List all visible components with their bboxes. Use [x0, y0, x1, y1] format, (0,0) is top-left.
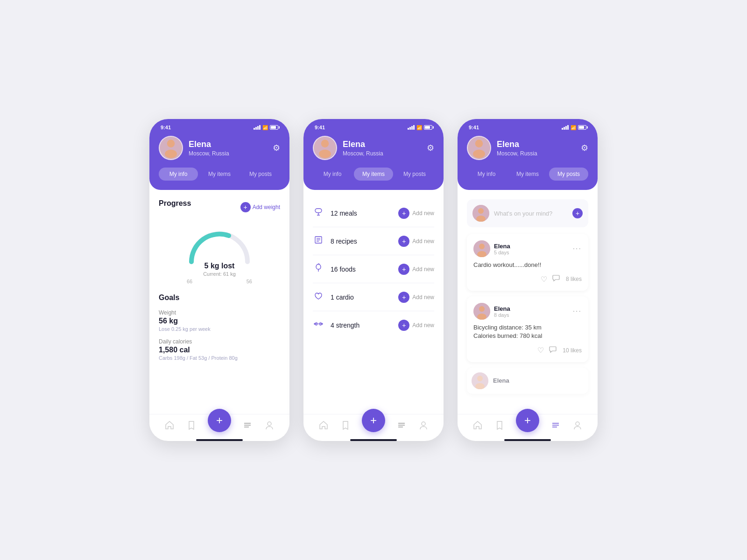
time-3: 9:41 [469, 125, 479, 130]
bottom-nav-3: + [458, 414, 598, 436]
svg-point-1 [167, 140, 175, 147]
add-foods-button[interactable]: Add new [412, 266, 434, 273]
post-name-1: Elena [494, 243, 510, 250]
nav-profile-3[interactable] [572, 420, 583, 433]
post-card-1: Elena 5 days ··· Cardio workout......don… [467, 234, 588, 291]
tab-my-items-2[interactable]: My items [354, 168, 393, 181]
prompt-avatar [472, 205, 489, 222]
tab-my-posts-1[interactable]: My posts [241, 168, 280, 181]
cardio-icon [313, 291, 324, 303]
nav-bookmark-3[interactable] [494, 420, 505, 433]
nav-profile-1[interactable] [264, 420, 275, 433]
goal-calories-label: Daily calories [159, 338, 280, 345]
gauge-current: Current: 61 kg [203, 271, 236, 277]
post-time-2: 8 days [494, 312, 510, 318]
post-time-1: 5 days [494, 250, 510, 255]
tab-my-info-2[interactable]: My info [313, 168, 352, 181]
nav-list-1[interactable] [242, 420, 253, 433]
nav-home-1[interactable] [164, 420, 175, 433]
post-author-info-2: Elena 8 days [494, 305, 510, 318]
signal-icon-2 [408, 125, 415, 130]
goal-calories-value: 1,580 cal [159, 346, 280, 354]
post-card-2: Elena 8 days ··· Bicycling distance: 35 … [467, 296, 588, 362]
status-bar-3: 9:41 📶 [467, 119, 588, 134]
home-bar-1 [196, 439, 243, 441]
tab-my-items-1[interactable]: My items [200, 168, 239, 181]
post-author-info-1: Elena 5 days [494, 243, 510, 255]
phone-2-body: 12 meals + Add new [303, 190, 444, 414]
phone-1-header: 9:41 📶 [149, 119, 289, 190]
nav-list-3[interactable] [550, 420, 561, 433]
item-left-foods: 16 foods [313, 263, 356, 275]
settings-icon-3[interactable]: ⚙ [581, 143, 588, 153]
nav-list-2[interactable] [396, 420, 407, 433]
comment-button-1[interactable] [552, 274, 560, 284]
svg-point-9 [319, 150, 331, 158]
goal-weight: Weight 56 kg Lose 0.25 kg per week [159, 309, 280, 332]
meals-icon [313, 207, 324, 219]
nav-bookmark-2[interactable] [340, 420, 351, 433]
add-recipes-button[interactable]: Add new [412, 238, 434, 245]
tab-my-posts-3[interactable]: My posts [549, 168, 588, 181]
avatar-3 [467, 136, 491, 160]
avatar-image-1 [160, 137, 182, 159]
like-button-2[interactable]: ♡ [537, 345, 544, 356]
wifi-icon-3: 📶 [571, 125, 576, 130]
settings-icon-1[interactable]: ⚙ [273, 143, 280, 153]
post-author-2: Elena 8 days [473, 303, 510, 320]
post-menu-1[interactable]: ··· [573, 245, 582, 253]
tab-my-items-3[interactable]: My items [508, 168, 547, 181]
post-avatar-3 [472, 372, 488, 389]
post-menu-2[interactable]: ··· [573, 307, 582, 315]
settings-icon-2[interactable]: ⚙ [427, 143, 434, 153]
profile-row-2: Elena Moscow, Russia ⚙ [313, 136, 434, 160]
tab-my-info-1[interactable]: My info [159, 168, 198, 181]
nav-home-3[interactable] [472, 420, 483, 433]
status-icons-2: 📶 [408, 125, 432, 130]
nav-profile-2[interactable] [418, 420, 429, 433]
post-card-3-partial: Elena [467, 368, 588, 394]
nav-fab-2[interactable]: + [362, 409, 385, 432]
add-weight-button[interactable]: + Add weight [240, 202, 280, 212]
comment-button-2[interactable] [549, 345, 557, 356]
like-button-1[interactable]: ♡ [541, 274, 547, 284]
add-cardio-button[interactable]: Add new [412, 294, 434, 301]
item-right-meals: + Add new [398, 208, 434, 219]
add-meals-icon: + [398, 208, 409, 219]
profile-name-2: Elena [343, 140, 383, 149]
time-2: 9:41 [315, 125, 325, 130]
svg-point-27 [475, 140, 483, 147]
profile-location-1: Moscow, Russia [189, 150, 229, 157]
item-right-foods: + Add new [398, 264, 434, 275]
foods-icon [313, 263, 324, 275]
item-row-cardio: 1 cardio + Add new [313, 283, 434, 311]
item-right-recipes: + Add new [398, 236, 434, 247]
post-content-2: Bicycling distance: 35 kmCalories burned… [473, 323, 582, 340]
add-foods-icon: + [398, 264, 409, 275]
avatar-2 [313, 136, 337, 160]
nav-fab-3[interactable]: + [516, 409, 539, 432]
add-strength-button[interactable]: Add new [412, 322, 434, 329]
add-weight-icon: + [240, 202, 251, 212]
prompt-add-icon[interactable]: + [572, 208, 583, 218]
profile-row-3: Elena Moscow, Russia ⚙ [467, 136, 588, 160]
tab-nav-3: My info My items My posts [467, 168, 588, 181]
post-avatar-1 [473, 240, 490, 257]
gauge-container: 5 kg lost Current: 61 kg 66 56 [159, 220, 280, 284]
phone-2-header: 9:41 📶 [303, 119, 444, 190]
post-header-2: Elena 8 days ··· [473, 303, 582, 320]
tab-my-info-3[interactable]: My info [467, 168, 506, 181]
phone-3-header: 9:41 📶 [458, 119, 598, 190]
goal-calories: Daily calories 1,580 cal Carbs 198g / Fa… [159, 338, 280, 361]
gauge-svg [182, 220, 257, 266]
nav-home-2[interactable] [318, 420, 329, 433]
nav-bookmark-1[interactable] [186, 420, 197, 433]
goal-weight-sub: Lose 0.25 kg per week [159, 326, 280, 332]
tab-my-posts-2[interactable]: My posts [395, 168, 434, 181]
svg-point-30 [478, 208, 484, 214]
tab-nav-1: My info My items My posts [159, 168, 280, 181]
home-bar-2 [350, 439, 397, 441]
add-meals-button[interactable]: Add new [412, 210, 434, 217]
wifi-icon-1: 📶 [262, 125, 268, 130]
nav-fab-1[interactable]: + [208, 409, 231, 432]
